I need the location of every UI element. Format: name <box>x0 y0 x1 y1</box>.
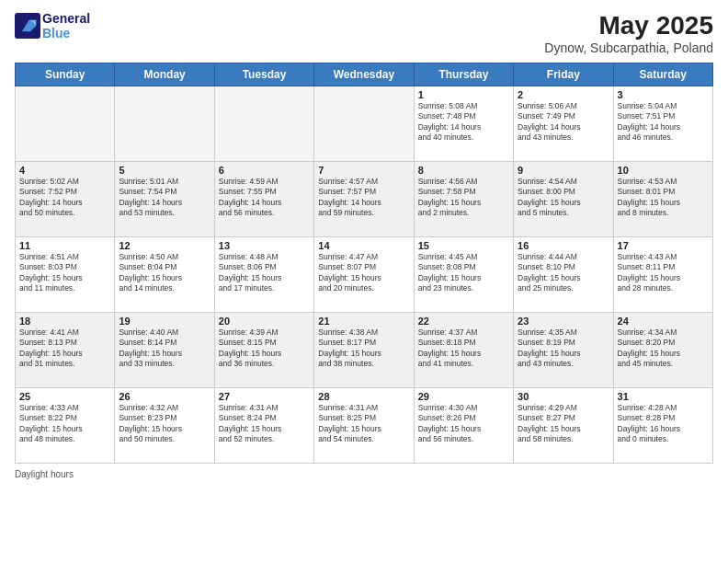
calendar-cell: 24Sunrise: 4:34 AM Sunset: 8:20 PM Dayli… <box>613 313 712 388</box>
day-info: Sunrise: 4:33 AM Sunset: 8:22 PM Dayligh… <box>19 403 110 445</box>
day-info: Sunrise: 4:34 AM Sunset: 8:20 PM Dayligh… <box>618 327 709 370</box>
calendar-cell: 15Sunrise: 4:45 AM Sunset: 8:08 PM Dayli… <box>414 237 513 313</box>
day-number: 30 <box>518 391 609 402</box>
daylight-hours-label: Daylight hours <box>15 469 74 479</box>
day-info: Sunrise: 4:50 AM Sunset: 8:04 PM Dayligh… <box>119 252 210 294</box>
calendar-cell: 5Sunrise: 5:01 AM Sunset: 7:54 PM Daylig… <box>115 162 214 237</box>
day-info: Sunrise: 4:28 AM Sunset: 8:28 PM Dayligh… <box>618 403 709 445</box>
day-info: Sunrise: 4:32 AM Sunset: 8:23 PM Dayligh… <box>119 403 210 445</box>
calendar-table: SundayMondayTuesdayWednesdayThursdayFrid… <box>15 63 713 464</box>
day-info: Sunrise: 4:48 AM Sunset: 8:06 PM Dayligh… <box>219 252 310 294</box>
calendar-cell: 3Sunrise: 5:04 AM Sunset: 7:51 PM Daylig… <box>613 86 712 162</box>
day-info: Sunrise: 4:30 AM Sunset: 8:26 PM Dayligh… <box>418 403 509 445</box>
calendar-week-row: 25Sunrise: 4:33 AM Sunset: 8:22 PM Dayli… <box>16 388 713 464</box>
calendar-cell <box>115 86 214 162</box>
day-info: Sunrise: 5:02 AM Sunset: 7:52 PM Dayligh… <box>19 177 110 219</box>
day-info: Sunrise: 4:37 AM Sunset: 8:18 PM Dayligh… <box>418 327 509 370</box>
day-number: 23 <box>518 316 609 327</box>
day-number: 6 <box>219 165 310 176</box>
day-info: Sunrise: 4:38 AM Sunset: 8:17 PM Dayligh… <box>318 327 409 370</box>
calendar-cell: 21Sunrise: 4:38 AM Sunset: 8:17 PM Dayli… <box>314 313 414 388</box>
calendar-cell: 1Sunrise: 5:08 AM Sunset: 7:48 PM Daylig… <box>414 86 513 162</box>
day-number: 3 <box>618 89 709 100</box>
day-number: 7 <box>318 165 409 176</box>
logo-icon <box>15 13 40 39</box>
calendar-week-row: 1Sunrise: 5:08 AM Sunset: 7:48 PM Daylig… <box>16 86 713 162</box>
day-number: 20 <box>219 316 310 327</box>
day-number: 24 <box>618 316 709 327</box>
calendar-cell: 12Sunrise: 4:50 AM Sunset: 8:04 PM Dayli… <box>115 237 214 313</box>
day-number: 27 <box>219 391 310 402</box>
page: General Blue May 2025 Dynow, Subcarpathi… <box>0 0 728 563</box>
day-number: 25 <box>19 391 110 402</box>
calendar-cell: 9Sunrise: 4:54 AM Sunset: 8:00 PM Daylig… <box>514 162 613 237</box>
day-number: 13 <box>219 240 310 251</box>
calendar-cell: 16Sunrise: 4:44 AM Sunset: 8:10 PM Dayli… <box>514 237 613 313</box>
calendar-cell <box>16 86 115 162</box>
calendar-cell: 31Sunrise: 4:28 AM Sunset: 8:28 PM Dayli… <box>613 388 712 464</box>
calendar-cell: 23Sunrise: 4:35 AM Sunset: 8:19 PM Dayli… <box>514 313 613 388</box>
day-info: Sunrise: 4:29 AM Sunset: 8:27 PM Dayligh… <box>518 403 609 445</box>
calendar-cell: 26Sunrise: 4:32 AM Sunset: 8:23 PM Dayli… <box>115 388 214 464</box>
calendar-cell: 27Sunrise: 4:31 AM Sunset: 8:24 PM Dayli… <box>214 388 313 464</box>
day-info: Sunrise: 5:06 AM Sunset: 7:49 PM Dayligh… <box>518 101 609 144</box>
day-number: 28 <box>318 391 409 402</box>
calendar-cell: 10Sunrise: 4:53 AM Sunset: 8:01 PM Dayli… <box>613 162 712 237</box>
day-info: Sunrise: 4:51 AM Sunset: 8:03 PM Dayligh… <box>19 252 110 294</box>
day-info: Sunrise: 4:41 AM Sunset: 8:13 PM Dayligh… <box>19 327 110 370</box>
calendar-week-row: 4Sunrise: 5:02 AM Sunset: 7:52 PM Daylig… <box>16 162 713 237</box>
day-number: 15 <box>418 240 509 251</box>
calendar-cell: 6Sunrise: 4:59 AM Sunset: 7:55 PM Daylig… <box>214 162 313 237</box>
month-title: May 2025 <box>544 11 713 40</box>
calendar-cell <box>314 86 414 162</box>
calendar-cell: 4Sunrise: 5:02 AM Sunset: 7:52 PM Daylig… <box>16 162 115 237</box>
calendar-cell: 14Sunrise: 4:47 AM Sunset: 8:07 PM Dayli… <box>314 237 414 313</box>
calendar-cell: 20Sunrise: 4:39 AM Sunset: 8:15 PM Dayli… <box>214 313 313 388</box>
day-number: 5 <box>119 165 210 176</box>
day-number: 19 <box>119 316 210 327</box>
day-number: 9 <box>518 165 609 176</box>
logo-text: General Blue <box>42 11 90 40</box>
day-info: Sunrise: 4:47 AM Sunset: 8:07 PM Dayligh… <box>318 252 409 294</box>
day-number: 1 <box>418 89 509 100</box>
day-number: 18 <box>19 316 110 327</box>
title-block: May 2025 Dynow, Subcarpathia, Poland <box>544 11 713 55</box>
day-info: Sunrise: 4:43 AM Sunset: 8:11 PM Dayligh… <box>618 252 709 294</box>
calendar-cell: 22Sunrise: 4:37 AM Sunset: 8:18 PM Dayli… <box>414 313 513 388</box>
day-info: Sunrise: 4:31 AM Sunset: 8:24 PM Dayligh… <box>219 403 310 445</box>
day-info: Sunrise: 4:45 AM Sunset: 8:08 PM Dayligh… <box>418 252 509 294</box>
day-number: 21 <box>318 316 409 327</box>
location-title: Dynow, Subcarpathia, Poland <box>544 40 713 55</box>
day-number: 14 <box>318 240 409 251</box>
calendar-cell: 25Sunrise: 4:33 AM Sunset: 8:22 PM Dayli… <box>16 388 115 464</box>
day-number: 26 <box>119 391 210 402</box>
day-number: 12 <box>119 240 210 251</box>
calendar-cell: 13Sunrise: 4:48 AM Sunset: 8:06 PM Dayli… <box>214 237 313 313</box>
day-of-week-header: Sunday <box>16 63 115 86</box>
day-info: Sunrise: 4:40 AM Sunset: 8:14 PM Dayligh… <box>119 327 210 370</box>
logo: General Blue <box>15 11 90 40</box>
day-number: 31 <box>618 391 709 402</box>
day-of-week-header: Thursday <box>414 63 513 86</box>
calendar-cell: 29Sunrise: 4:30 AM Sunset: 8:26 PM Dayli… <box>414 388 513 464</box>
day-info: Sunrise: 4:56 AM Sunset: 7:58 PM Dayligh… <box>418 177 509 219</box>
day-info: Sunrise: 4:39 AM Sunset: 8:15 PM Dayligh… <box>219 327 310 370</box>
day-info: Sunrise: 4:54 AM Sunset: 8:00 PM Dayligh… <box>518 177 609 219</box>
day-info: Sunrise: 5:04 AM Sunset: 7:51 PM Dayligh… <box>618 101 709 144</box>
calendar-cell: 2Sunrise: 5:06 AM Sunset: 7:49 PM Daylig… <box>514 86 613 162</box>
calendar-week-row: 11Sunrise: 4:51 AM Sunset: 8:03 PM Dayli… <box>16 237 713 313</box>
day-number: 8 <box>418 165 509 176</box>
day-number: 11 <box>19 240 110 251</box>
calendar-cell: 28Sunrise: 4:31 AM Sunset: 8:25 PM Dayli… <box>314 388 414 464</box>
day-of-week-header: Wednesday <box>314 63 414 86</box>
day-of-week-header: Tuesday <box>214 63 313 86</box>
day-info: Sunrise: 4:44 AM Sunset: 8:10 PM Dayligh… <box>518 252 609 294</box>
header: General Blue May 2025 Dynow, Subcarpathi… <box>15 11 713 55</box>
day-info: Sunrise: 4:59 AM Sunset: 7:55 PM Dayligh… <box>219 177 310 219</box>
calendar-cell: 8Sunrise: 4:56 AM Sunset: 7:58 PM Daylig… <box>414 162 513 237</box>
day-number: 2 <box>518 89 609 100</box>
calendar-cell: 30Sunrise: 4:29 AM Sunset: 8:27 PM Dayli… <box>514 388 613 464</box>
calendar-cell: 19Sunrise: 4:40 AM Sunset: 8:14 PM Dayli… <box>115 313 214 388</box>
day-number: 16 <box>518 240 609 251</box>
day-of-week-header: Monday <box>115 63 214 86</box>
